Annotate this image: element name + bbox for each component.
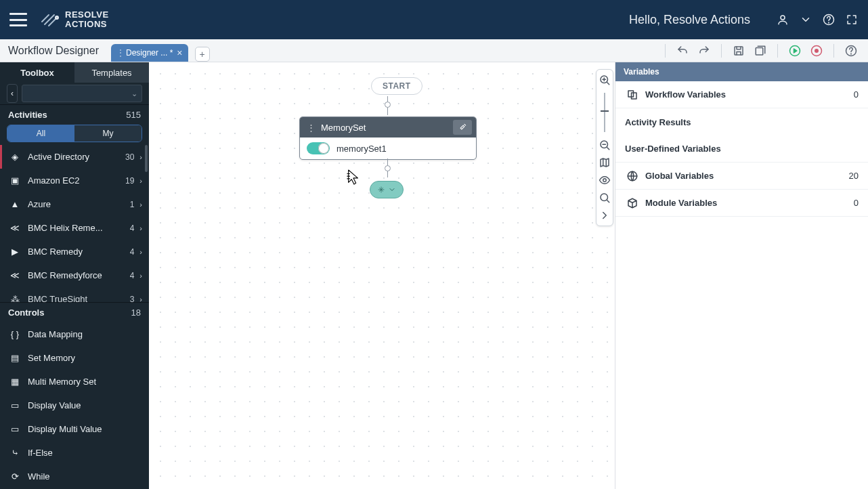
activities-header[interactable]: Activities 515 bbox=[0, 104, 149, 125]
zoom-in-icon[interactable] bbox=[599, 74, 611, 86]
sidebar-tab-templates[interactable]: Templates bbox=[74, 62, 149, 83]
memoryset-node[interactable]: ⋮ MemorySet memorySet1 bbox=[299, 116, 477, 160]
global-variables-row[interactable]: Global Variables 20 bbox=[615, 163, 868, 190]
control-row[interactable]: ⤷If-Else bbox=[0, 441, 149, 465]
control-row[interactable]: { }Data Mapping bbox=[0, 322, 149, 346]
activity-results-row[interactable]: Activity Results bbox=[615, 108, 868, 135]
canvas-tools bbox=[596, 69, 613, 226]
activity-row[interactable]: ≪BMC Remedyforce4› bbox=[0, 263, 149, 287]
control-row[interactable]: ▦Multi Memory Set bbox=[0, 370, 149, 394]
fullscreen-icon[interactable] bbox=[845, 13, 859, 26]
add-tab-button[interactable]: + bbox=[195, 47, 210, 62]
menu-icon[interactable] bbox=[9, 13, 27, 26]
share-icon: ≪ bbox=[7, 223, 22, 233]
box-icon bbox=[625, 197, 640, 209]
run-button[interactable] bbox=[787, 43, 802, 58]
activity-row[interactable]: ▶BMC Remedy4› bbox=[0, 240, 149, 263]
brand-text-top: RESOLVE bbox=[65, 10, 109, 20]
map-icon[interactable] bbox=[599, 156, 611, 169]
activities-label: Activities bbox=[8, 110, 47, 120]
globe-icon bbox=[625, 170, 640, 182]
svg-point-10 bbox=[851, 54, 852, 54]
chevron-right-icon[interactable] bbox=[599, 209, 611, 221]
control-row[interactable]: ▤Set Memory bbox=[0, 346, 149, 370]
eye-icon[interactable] bbox=[599, 174, 611, 186]
help-button[interactable] bbox=[844, 43, 859, 58]
node-header[interactable]: ⋮ MemorySet bbox=[300, 117, 476, 137]
chevron-right-icon: › bbox=[139, 248, 142, 256]
active-directory-icon: ◈ bbox=[7, 152, 22, 162]
collapse-sidebar-icon[interactable]: ‹ bbox=[7, 84, 18, 103]
chevron-down-icon[interactable] bbox=[799, 13, 812, 26]
controls-list: { }Data Mapping ▤Set Memory ▦Multi Memor… bbox=[0, 322, 149, 488]
controls-header[interactable]: Controls 18 bbox=[0, 302, 149, 322]
zoom-out-icon[interactable] bbox=[599, 139, 611, 151]
display-multi-icon: ▭ bbox=[7, 424, 22, 434]
wrench-icon[interactable] bbox=[453, 120, 472, 135]
node-toggle[interactable] bbox=[307, 142, 330, 154]
display-icon: ▭ bbox=[7, 400, 22, 410]
tab-designer[interactable]: ⋮ Designer ... * × bbox=[111, 44, 188, 62]
svg-rect-4 bbox=[735, 47, 743, 55]
activities-list: ◈Active Directory30› ▣Amazon EC219› ▲Azu… bbox=[0, 145, 149, 302]
port[interactable] bbox=[385, 165, 391, 171]
play-icon: ▶ bbox=[7, 247, 22, 257]
svg-point-3 bbox=[829, 22, 829, 23]
filter-my[interactable]: My bbox=[74, 125, 142, 142]
loop-icon: ⟳ bbox=[7, 471, 22, 482]
braces-icon: { } bbox=[7, 329, 22, 339]
top-bar: RESOLVE ACTIONS Hello, Resolve Actions bbox=[0, 0, 868, 39]
controls-count: 18 bbox=[131, 307, 141, 318]
grip-icon: ⋮ bbox=[307, 123, 316, 133]
close-icon[interactable]: × bbox=[177, 47, 182, 58]
end-node[interactable] bbox=[370, 181, 404, 198]
secondary-bar: Workflow Designer ⋮ Designer ... * × + bbox=[0, 39, 868, 62]
record-button[interactable] bbox=[809, 43, 824, 58]
redo-button[interactable] bbox=[697, 43, 712, 58]
svg-point-1 bbox=[781, 16, 785, 20]
category-select[interactable]: ⌄ bbox=[22, 85, 142, 102]
controls-label: Controls bbox=[8, 307, 44, 318]
port[interactable] bbox=[385, 102, 391, 108]
help-icon[interactable] bbox=[822, 13, 836, 26]
user-icon[interactable] bbox=[776, 13, 789, 26]
sidebar: Toolbox Templates ‹ ⌄ Activities 515 All… bbox=[0, 62, 149, 489]
activity-row[interactable]: ≪BMC Helix Reme...4› bbox=[0, 216, 149, 240]
control-row[interactable]: ▭Display Multi Value bbox=[0, 417, 149, 441]
document-tabs: ⋮ Designer ... * × + bbox=[107, 39, 210, 62]
workflow-variables-row[interactable]: Workflow Variables 0 bbox=[615, 81, 868, 108]
variables-heading: Variables bbox=[615, 62, 868, 81]
chevron-right-icon: › bbox=[139, 224, 142, 232]
svg-point-0 bbox=[56, 16, 58, 19]
activity-row[interactable]: ◈Active Directory30› bbox=[0, 145, 149, 169]
start-node[interactable]: START bbox=[371, 77, 422, 95]
user-defined-variables-row[interactable]: User-Defined Variables bbox=[615, 135, 868, 163]
cursor-icon bbox=[346, 169, 361, 186]
svg-rect-5 bbox=[756, 47, 763, 55]
sidebar-tab-toolbox[interactable]: Toolbox bbox=[0, 62, 74, 83]
activity-row[interactable]: ▲Azure1› bbox=[0, 192, 149, 216]
chevron-right-icon: › bbox=[139, 177, 142, 185]
zoom-slider[interactable] bbox=[604, 93, 605, 132]
save-button[interactable] bbox=[731, 43, 746, 58]
chevron-down-icon: ⌄ bbox=[131, 89, 137, 98]
control-row[interactable]: ⟳While bbox=[0, 465, 149, 488]
chevron-right-icon: › bbox=[139, 295, 142, 303]
activity-row[interactable]: ▣Amazon EC219› bbox=[0, 169, 149, 192]
undo-button[interactable] bbox=[675, 43, 690, 58]
activities-count: 515 bbox=[126, 110, 141, 120]
filter-all[interactable]: All bbox=[7, 125, 74, 142]
cube-icon: ▣ bbox=[7, 175, 22, 186]
save-all-button[interactable] bbox=[753, 43, 768, 58]
brand-logo[interactable]: RESOLVE ACTIONS bbox=[39, 9, 109, 30]
tab-label: Designer ... * bbox=[126, 48, 173, 58]
module-variables-row[interactable]: Module Variables 0 bbox=[615, 190, 868, 217]
sparkle-icon bbox=[377, 186, 385, 194]
svg-point-13 bbox=[603, 179, 607, 182]
workflow-canvas[interactable]: START ⋮ MemorySet memorySet1 bbox=[149, 62, 615, 489]
workflow-icon bbox=[625, 89, 640, 101]
search-icon[interactable] bbox=[599, 192, 611, 204]
control-row[interactable]: ▭Display Value bbox=[0, 394, 149, 417]
activity-row[interactable]: ⁂BMC TrueSight3› bbox=[0, 287, 149, 302]
page-title: Workflow Designer bbox=[0, 45, 107, 57]
